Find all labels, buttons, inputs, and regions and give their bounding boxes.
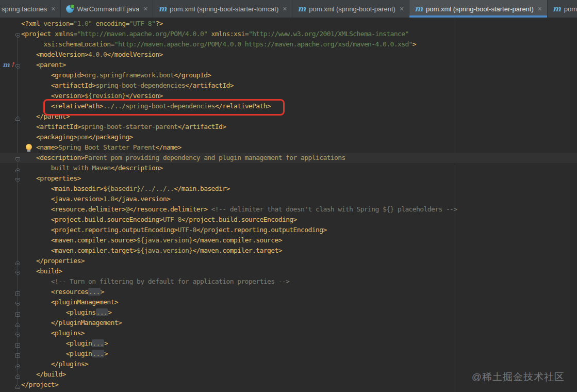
code-line[interactable]: <pluginManagement> — [0, 297, 577, 307]
code-token: </artifactId> — [185, 81, 234, 89]
close-tab-icon[interactable]: × — [538, 5, 542, 12]
code-line[interactable]: <main.basedir>${basedir}/../../..</main.… — [0, 184, 577, 194]
code-line[interactable]: <artifactId>spring-boot-dependencies</ar… — [0, 80, 577, 91]
code-token: > — [108, 308, 111, 316]
test-class-icon — [66, 5, 74, 13]
fold-collapse-icon[interactable] — [15, 371, 21, 377]
close-tab-icon[interactable]: × — [283, 5, 287, 12]
fold-collapse-icon[interactable] — [15, 31, 21, 37]
close-tab-icon[interactable]: × — [51, 5, 55, 12]
code-line[interactable]: built with Maven</description> — [0, 163, 577, 173]
code-line[interactable]: <!-- Turn on filtering by default for ap… — [0, 276, 577, 287]
code-token: UTF-8 — [178, 226, 196, 234]
code-line[interactable]: <properties> — [0, 173, 577, 184]
fold-collapse-icon[interactable] — [15, 320, 21, 325]
code-line[interactable]: <parent> — [0, 60, 577, 70]
maven-parent-pom-icon[interactable]: m↑ — [3, 61, 15, 68]
editor-tab[interactable]: mpom.xml (spring-boot-starter-parent)× — [409, 0, 548, 18]
maven-file-icon: m — [415, 5, 423, 13]
folded-region[interactable]: ... — [88, 288, 101, 296]
fold-collapse-icon[interactable] — [15, 165, 21, 171]
fold-collapse-icon[interactable] — [15, 382, 21, 387]
code-token: Parent pom providing dependency and plug… — [85, 154, 345, 161]
tab-label: WarCommandIT.java — [77, 5, 139, 13]
code-line[interactable]: <artifactId>spring-boot-starter-parent</… — [0, 122, 577, 132]
code-line[interactable]: <project xmlns="http://maven.apache.org/… — [0, 29, 577, 39]
code-line[interactable]: <maven.compiler.source>${java.version}</… — [0, 235, 577, 246]
code-token: </properties> — [36, 257, 85, 265]
code-line[interactable]: <project.reporting.outputEncoding>UTF-8<… — [0, 225, 577, 235]
code-line[interactable]: <maven.compiler.target>${java.version}</… — [0, 246, 577, 256]
tab-label: pom.xml (spring-boot-starter-tomcat) — [170, 5, 278, 13]
editor-tab-bar: spring.factories×WarCommandIT.java×mpom.… — [0, 0, 577, 18]
fold-collapse-icon[interactable] — [15, 113, 21, 119]
code-token: <plugin — [66, 350, 92, 357]
fold-collapse-icon[interactable] — [15, 361, 21, 367]
fold-expand-icon[interactable] — [15, 340, 21, 346]
code-token: </maven.compiler.target> — [192, 247, 282, 254]
close-tab-icon[interactable]: × — [400, 5, 404, 12]
editor-tab[interactable]: spring.factories× — [0, 0, 61, 18]
code-line[interactable]: <name>Spring Boot Starter Parent</name> — [0, 142, 577, 153]
editor-tab[interactable]: mpom.xml (spring-boot-starter-tomcat)× — [153, 0, 292, 18]
code-token: </artifactId> — [178, 123, 226, 130]
tab-label: spring.factories — [2, 5, 47, 13]
code-line[interactable]: <resource.delimiter>@</resource.delimite… — [0, 204, 577, 215]
code-line[interactable]: </plugins> — [0, 359, 577, 369]
folded-region[interactable]: ... — [92, 350, 104, 357]
code-token: <plugins> — [51, 329, 85, 337]
code-line[interactable]: <plugin...> — [0, 349, 577, 359]
code-line[interactable]: <resources...> — [0, 287, 577, 297]
code-token: Spring Boot Starter Parent — [58, 143, 155, 151]
maven-file-icon: m — [553, 5, 561, 13]
code-line[interactable]: </properties> — [0, 256, 577, 266]
code-token: xmlns:xsi — [207, 30, 244, 38]
fold-collapse-icon[interactable] — [15, 62, 21, 68]
fold-collapse-icon[interactable] — [15, 155, 21, 160]
code-token: <name> — [36, 143, 58, 151]
fold-expand-icon[interactable] — [15, 289, 21, 295]
editor-tab[interactable]: WarCommandIT.java× — [61, 0, 153, 18]
code-token: <main.basedir> — [51, 185, 103, 192]
fold-collapse-icon[interactable] — [15, 330, 21, 336]
code-token: built with Maven — [51, 164, 111, 172]
red-highlight-annotation — [43, 99, 285, 116]
code-token: <maven.compiler.source> — [51, 236, 137, 244]
code-line[interactable]: </pluginManagement> — [0, 318, 577, 328]
code-line[interactable]: <description>Parent pom providing depend… — [0, 153, 577, 163]
code-token: </modelVersion> — [107, 51, 162, 58]
folded-region[interactable]: ... — [96, 308, 108, 316]
code-area[interactable]: <?xml version="1.0" encoding="UTF-8"?><p… — [0, 18, 577, 392]
intention-lightbulb-icon[interactable] — [26, 144, 32, 150]
editor-tab[interactable]: mpom.xm — [548, 0, 577, 18]
code-token: > — [413, 40, 416, 48]
fold-expand-icon[interactable] — [15, 309, 21, 315]
fold-collapse-icon[interactable] — [15, 268, 21, 274]
code-line[interactable]: <plugins> — [0, 328, 577, 338]
code-token: xmlns — [51, 30, 73, 38]
code-line[interactable]: xsi:schemaLocation="http://maven.apache.… — [0, 39, 577, 50]
code-token: xsi:schemaLocation — [43, 40, 110, 48]
folded-region[interactable]: ... — [92, 339, 104, 347]
code-line[interactable]: <project.build.sourceEncoding>UTF-8</pro… — [0, 215, 577, 225]
fold-collapse-icon[interactable] — [15, 175, 21, 181]
code-line[interactable]: <groupId>org.springframework.boot</group… — [0, 70, 577, 80]
code-token: spring-boot-dependencies — [96, 81, 185, 89]
fold-expand-icon[interactable] — [15, 351, 21, 356]
code-token: </project> — [21, 381, 58, 388]
fold-collapse-icon[interactable] — [15, 299, 21, 305]
code-line[interactable]: <build> — [0, 266, 577, 276]
editor-tab[interactable]: mpom.xml (spring-boot-parent)× — [292, 0, 409, 18]
close-tab-icon[interactable]: × — [143, 5, 147, 12]
code-line[interactable]: <plugins...> — [0, 307, 577, 318]
ide-window: spring.factories×WarCommandIT.java×mpom.… — [0, 0, 577, 392]
fold-collapse-icon[interactable] — [15, 258, 21, 264]
code-token: <maven.compiler.target> — [51, 247, 137, 254]
code-token: <?xml — [21, 20, 40, 27]
code-line[interactable]: <java.version>1.8</java.version> — [0, 194, 577, 204]
code-line[interactable]: <?xml version="1.0" encoding="UTF-8"?> — [0, 19, 577, 29]
code-token: ${java.version} — [137, 247, 192, 254]
code-line[interactable]: <packaging>pom</packaging> — [0, 132, 577, 142]
code-line[interactable]: <modelVersion>4.0.0</modelVersion> — [0, 50, 577, 60]
code-line[interactable]: <plugin...> — [0, 338, 577, 349]
